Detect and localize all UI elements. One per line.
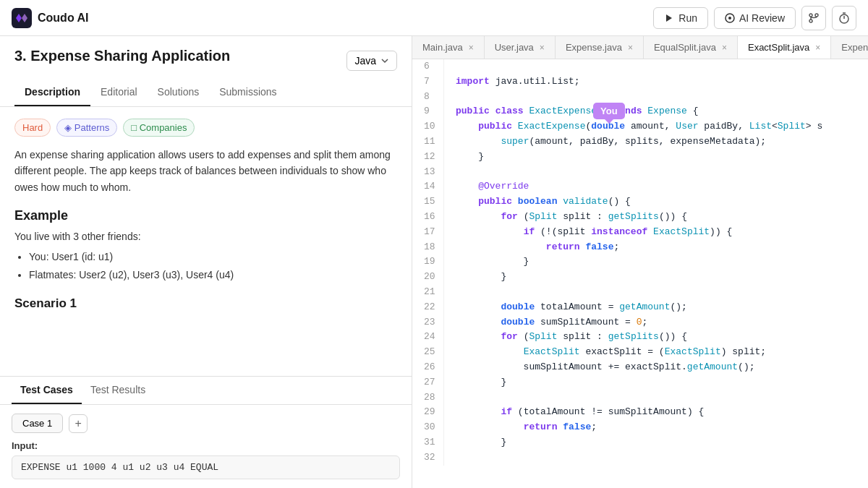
code-line bbox=[456, 450, 856, 466]
file-tab-label: User.java bbox=[495, 42, 534, 53]
file-tab-equalsplit[interactable]: EqualSplit.java × bbox=[644, 36, 738, 59]
input-label: Input: bbox=[12, 440, 400, 451]
language-value: Java bbox=[354, 55, 376, 67]
svg-point-3 bbox=[728, 17, 731, 20]
list-item: Flatmates: User2 (u2), User3 (u3), User4… bbox=[29, 266, 397, 284]
problem-description: An expense sharing application allows us… bbox=[14, 147, 397, 195]
timer-button[interactable] bbox=[832, 6, 856, 30]
svg-point-4 bbox=[809, 14, 812, 17]
tag-companies[interactable]: □ Companies bbox=[123, 119, 195, 137]
test-tab-results[interactable]: Test Results bbox=[82, 377, 154, 404]
problem-title: 3. Expense Sharing Application bbox=[14, 48, 230, 64]
top-actions: Run AI Review bbox=[653, 6, 856, 30]
code-line: double sumSplitAmount = 0; bbox=[456, 315, 856, 330]
code-line: } bbox=[456, 254, 856, 270]
right-panel: Main.java × User.java × Expense.java × E… bbox=[412, 36, 868, 488]
code-line bbox=[456, 390, 856, 406]
ai-icon bbox=[725, 13, 735, 23]
code-line: sumSplitAmount += exactSplit.getAmount()… bbox=[456, 360, 856, 375]
code-line: double totalAmount = getAmount(); bbox=[456, 300, 856, 315]
logo-area: Coudo AI bbox=[12, 8, 89, 28]
input-value: EXPENSE u1 1000 4 u1 u2 u3 u4 EQUAL bbox=[12, 455, 400, 479]
test-panel: Test Cases Test Results Case 1 + Input: … bbox=[0, 376, 412, 488]
tag-patterns[interactable]: ◈ Patterns bbox=[56, 119, 117, 137]
example-list: You: User1 (id: u1) Flatmates: User2 (u2… bbox=[29, 248, 397, 284]
play-icon bbox=[664, 13, 674, 23]
case-1-button[interactable]: Case 1 bbox=[12, 414, 63, 433]
top-bar: Coudo AI Run AI Review bbox=[0, 0, 868, 36]
problem-body: Hard ◈ Patterns □ Companies An expense s… bbox=[0, 107, 412, 376]
code-line: } bbox=[456, 270, 856, 285]
code-line: import java.util.List; bbox=[456, 74, 856, 90]
test-body: Case 1 + Input: EXPENSE u1 1000 4 u1 u2 … bbox=[0, 405, 412, 488]
close-icon[interactable]: × bbox=[540, 43, 545, 53]
branch-button[interactable] bbox=[801, 6, 826, 30]
line-numbers: 6 7 8 9 10 11 12 13 14 15 16 17 18 19 20… bbox=[412, 59, 444, 466]
svg-marker-1 bbox=[666, 14, 672, 22]
close-icon[interactable]: × bbox=[469, 43, 474, 53]
file-tab-expense[interactable]: Expense.java × bbox=[556, 36, 644, 59]
file-tab-user[interactable]: User.java × bbox=[485, 36, 556, 59]
code-line: if (!(split instanceof ExactSplit)) { bbox=[456, 225, 856, 240]
file-tab-label: Main.java bbox=[422, 42, 463, 53]
code-line: for (Split split : getSplits()) { bbox=[456, 330, 856, 345]
tab-solutions[interactable]: Solutions bbox=[148, 79, 210, 106]
code-line: } bbox=[456, 435, 856, 450]
run-button[interactable]: Run bbox=[653, 7, 708, 29]
code-line bbox=[456, 285, 856, 300]
run-label: Run bbox=[678, 12, 697, 24]
close-icon[interactable]: × bbox=[628, 43, 633, 53]
branch-icon bbox=[808, 12, 820, 24]
svg-point-5 bbox=[815, 14, 818, 17]
test-tab-cases[interactable]: Test Cases bbox=[12, 377, 82, 404]
code-editor: 6 7 8 9 10 11 12 13 14 15 16 17 18 19 20… bbox=[412, 59, 868, 466]
code-line: public class ExactExpense extends Expens… bbox=[456, 104, 856, 119]
add-case-button[interactable]: + bbox=[69, 414, 88, 433]
tag-list: Hard ◈ Patterns □ Companies bbox=[14, 119, 397, 137]
list-item: You: User1 (id: u1) bbox=[29, 248, 397, 266]
tab-description[interactable]: Description bbox=[14, 79, 90, 106]
tab-editorial[interactable]: Editorial bbox=[90, 79, 148, 106]
test-tabs: Test Cases Test Results bbox=[0, 377, 412, 405]
file-tab-main[interactable]: Main.java × bbox=[412, 36, 485, 59]
code-line: if (totalAmount != sumSplitAmount) { bbox=[456, 405, 856, 420]
code-line: for (Split split : getSplits()) { bbox=[456, 210, 856, 225]
code-line: @Override bbox=[456, 179, 856, 194]
code-line: return false; bbox=[456, 240, 856, 255]
code-line: public boolean validate() { bbox=[456, 194, 856, 210]
app-logo-text: Coudo AI bbox=[38, 12, 89, 25]
svg-point-6 bbox=[809, 20, 812, 22]
ai-review-label: AI Review bbox=[739, 12, 785, 24]
tab-submissions[interactable]: Submissions bbox=[209, 79, 286, 106]
chevron-down-icon bbox=[380, 56, 389, 65]
left-panel: 3. Expense Sharing Application Java Desc… bbox=[0, 36, 412, 488]
scenario-heading: Scenario 1 bbox=[14, 296, 397, 311]
problem-header-row: 3. Expense Sharing Application Java bbox=[0, 36, 412, 73]
code-line: public ExactExpense(double amount, User … bbox=[456, 119, 856, 134]
code-line bbox=[456, 90, 856, 105]
code-line: } bbox=[456, 375, 856, 390]
code-line bbox=[456, 165, 856, 180]
timer-icon bbox=[838, 12, 850, 24]
case-row: Case 1 + bbox=[12, 414, 400, 433]
file-tab-label: Expense.java bbox=[566, 42, 622, 53]
code-line bbox=[456, 59, 856, 74]
problem-tabs: Description Editorial Solutions Submissi… bbox=[0, 79, 412, 107]
you-popup: You bbox=[593, 103, 625, 119]
code-line: super(amount, paidBy, splits, expenseMet… bbox=[456, 134, 856, 150]
code-lines: import java.util.List; public class Exac… bbox=[444, 59, 868, 466]
file-tab-exactsplit[interactable]: ExactSplit.java × bbox=[738, 36, 831, 59]
example-heading: Example bbox=[14, 208, 397, 223]
file-tab-label: ExactSplit.java bbox=[748, 42, 809, 53]
main-layout: 3. Expense Sharing Application Java Desc… bbox=[0, 36, 868, 488]
file-tabs: Main.java × User.java × Expense.java × E… bbox=[412, 36, 868, 59]
file-tab-label: ExpenseMetadata.ja… bbox=[841, 42, 868, 53]
ai-review-button[interactable]: AI Review bbox=[714, 7, 796, 29]
tag-hard[interactable]: Hard bbox=[14, 119, 51, 137]
close-icon[interactable]: × bbox=[722, 43, 727, 53]
close-icon[interactable]: × bbox=[815, 43, 820, 53]
logo-icon bbox=[12, 8, 32, 28]
code-area[interactable]: 6 7 8 9 10 11 12 13 14 15 16 17 18 19 20… bbox=[412, 59, 868, 488]
file-tab-expensemeta[interactable]: ExpenseMetadata.ja… bbox=[831, 36, 868, 59]
language-selector[interactable]: Java bbox=[346, 51, 397, 71]
